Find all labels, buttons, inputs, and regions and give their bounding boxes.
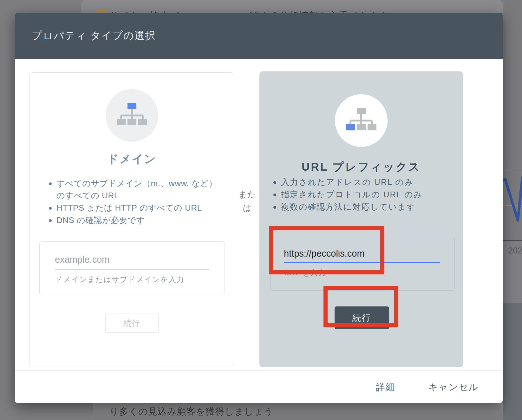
url-input-helper: URL を入力 [284, 268, 441, 278]
background-bottom-text: り多くの見込み顧客を獲得しましょう [109, 405, 273, 418]
cancel-link[interactable]: キャンセル [427, 381, 480, 394]
url-prefix-icon-circle [335, 94, 388, 147]
domain-card-bullets: すべてのサブドメイン（m.、www. など）のすべての URL HTTPS また… [46, 177, 219, 226]
chart-line-icon [503, 152, 522, 247]
or-label: または [238, 188, 257, 215]
url-continue-button[interactable]: 続行 [335, 306, 389, 329]
details-link[interactable]: 詳細 [374, 381, 397, 394]
bullet-item: DNS の確認が必要です [46, 214, 219, 226]
chart-year-label: 2020 [508, 246, 522, 256]
screen: サイトの検索パフォーマンスに関する分析情報を入手できます 2020 り多くの見込… [0, 0, 522, 420]
bullet-item: 入力されたアドレスの URL のみ [271, 176, 448, 188]
background-chart-fragment: 2020 [503, 0, 522, 420]
background-card-bottom: り多くの見込み顧客を獲得しましょう [93, 403, 503, 420]
domain-input-box: ドメインまたはサブドメインを入力 [39, 241, 225, 295]
bullet-item: 指定されたプロトコルの URL のみ [271, 188, 448, 200]
property-type-dialog: プロパティ タイプの選択 ドメイン すべてのサブドメイン（m.、www. など）… [15, 13, 503, 403]
bullet-item: 複数の確認方法に対応しています [271, 201, 448, 213]
background-band [503, 303, 522, 420]
dialog-header: プロパティ タイプの選択 [15, 13, 503, 59]
domain-continue-button[interactable]: 続行 [105, 313, 159, 333]
url-prefix-card: URL プレフィックス 入力されたアドレスの URL のみ 指定されたプロトコル… [259, 71, 463, 367]
url-prefix-card-bullets: 入力されたアドレスの URL のみ 指定されたプロトコルの URL のみ 複数の… [271, 176, 448, 213]
url-prefix-card-title: URL プレフィックス [259, 160, 463, 174]
dialog-title: プロパティ タイプの選択 [32, 29, 156, 43]
domain-card-title: ドメイン [30, 151, 234, 167]
domain-icon-circle [106, 89, 158, 142]
url-input[interactable] [284, 248, 440, 263]
domain-input-helper: ドメインまたはサブドメインを入力 [55, 274, 209, 285]
bullet-item: すべてのサブドメイン（m.、www. など）のすべての URL [46, 177, 219, 201]
dialog-footer: 詳細 キャンセル [374, 381, 480, 394]
domain-card: ドメイン すべてのサブドメイン（m.、www. など）のすべての URL HTT… [29, 72, 234, 366]
domain-input[interactable] [55, 254, 209, 270]
bullet-item: HTTPS または HTTP のすべての URL [46, 202, 219, 214]
url-input-box: URL を入力 [270, 237, 455, 291]
sitemap-icon [117, 103, 147, 128]
sitemap-icon [346, 108, 376, 133]
footer-divider [15, 370, 503, 371]
